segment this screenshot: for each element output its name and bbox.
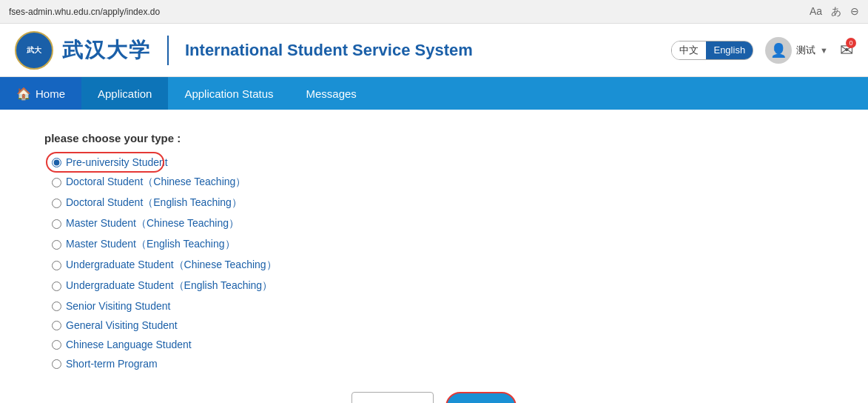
logo-text: 武汉大学 — [62, 36, 151, 64]
radio-master-chinese-label: Master Student（Chinese Teaching） — [66, 217, 239, 230]
home-icon: 🏠 — [16, 87, 31, 101]
language-switcher[interactable]: 中文 English — [671, 41, 753, 60]
radio-master-chinese-input[interactable] — [52, 219, 61, 229]
nav-messages-label: Messages — [306, 87, 356, 100]
radio-chinese-language[interactable]: Chinese Language Student — [52, 339, 824, 350]
radio-master-english-label: Master Student（English Teaching） — [66, 238, 235, 251]
radio-general-visiting-label: General Visiting Student — [66, 319, 178, 331]
radio-short-term[interactable]: Short-term Program — [52, 358, 824, 370]
header: 武大 武汉大学 International Student Service Sy… — [0, 24, 868, 77]
next-button[interactable]: Next — [445, 392, 517, 403]
radio-doctoral-english-label: Doctoral Student（English Teaching） — [66, 196, 242, 210]
browser-icons: Aa あ ⊖ — [810, 5, 859, 19]
radio-undergrad-chinese-input[interactable] — [52, 261, 61, 270]
button-area: Prior-Back Next — [44, 392, 824, 403]
avatar: 👤 — [765, 37, 792, 64]
radio-pre-university[interactable]: Pre-university Student — [52, 156, 824, 168]
site-title: International Student Service System — [185, 41, 473, 60]
header-right: 中文 English 👤 测试 ▼ ✉ 0 — [671, 37, 853, 64]
radio-senior-visiting[interactable]: Senior Visiting Student — [52, 300, 824, 312]
logo-icon: 武大 — [15, 31, 53, 70]
radio-undergrad-english-input[interactable] — [52, 282, 61, 291]
nav-application-status-label: Application Status — [184, 87, 273, 100]
radio-undergrad-chinese[interactable]: Undergraduate Student（Chinese Teaching） — [52, 259, 824, 272]
nav-home-label: Home — [36, 87, 65, 100]
radio-doctoral-english[interactable]: Doctoral Student（English Teaching） — [52, 196, 824, 210]
radio-master-english[interactable]: Master Student（English Teaching） — [52, 238, 824, 251]
radio-undergrad-chinese-label: Undergraduate Student（Chinese Teaching） — [66, 259, 277, 272]
radio-senior-visiting-label: Senior Visiting Student — [66, 300, 170, 312]
header-divider — [167, 36, 169, 65]
lang-en-button[interactable]: English — [706, 41, 753, 59]
mail-badge: 0 — [846, 38, 856, 48]
radio-undergrad-english[interactable]: Undergraduate Student（English Teaching） — [52, 279, 824, 293]
radio-general-visiting-input[interactable] — [52, 321, 61, 330]
radio-chinese-language-input[interactable] — [52, 340, 61, 350]
student-type-group: Pre-university Student Doctoral Student（… — [52, 156, 824, 370]
radio-doctoral-chinese-input[interactable] — [52, 178, 61, 187]
radio-short-term-label: Short-term Program — [66, 358, 158, 370]
radio-undergrad-english-label: Undergraduate Student（English Teaching） — [66, 279, 272, 293]
radio-master-english-input[interactable] — [52, 240, 61, 250]
browser-bar: fses-admin.whu.edu.cn/apply/index.do Aa … — [0, 0, 868, 24]
nav-application[interactable]: Application — [81, 77, 168, 110]
radio-master-chinese[interactable]: Master Student（Chinese Teaching） — [52, 217, 824, 230]
radio-pre-university-label: Pre-university Student — [66, 156, 168, 168]
text-size-icon[interactable]: Aa — [810, 5, 822, 19]
radio-doctoral-chinese-label: Doctoral Student（Chinese Teaching） — [66, 176, 246, 189]
header-left: 武大 武汉大学 International Student Service Sy… — [15, 31, 473, 70]
radio-general-visiting[interactable]: General Visiting Student — [52, 319, 824, 331]
nav-home[interactable]: 🏠 Home — [0, 77, 81, 110]
radio-senior-visiting-input[interactable] — [52, 302, 61, 311]
content-area: please choose your type : Pre-university… — [0, 110, 868, 403]
nav-messages[interactable]: Messages — [289, 77, 372, 110]
radio-doctoral-english-input[interactable] — [52, 199, 61, 208]
radio-doctoral-chinese[interactable]: Doctoral Student（Chinese Teaching） — [52, 176, 824, 189]
navbar: 🏠 Home Application Application Status Me… — [0, 77, 868, 110]
browser-url: fses-admin.whu.edu.cn/apply/index.do — [9, 7, 160, 17]
form-label: please choose your type : — [44, 132, 824, 144]
radio-chinese-language-label: Chinese Language Student — [66, 339, 192, 350]
user-menu[interactable]: 👤 测试 ▼ — [765, 37, 828, 64]
nav-application-label: Application — [98, 87, 152, 100]
radio-pre-university-input[interactable] — [52, 158, 61, 167]
mail-button[interactable]: ✉ 0 — [840, 41, 853, 60]
prior-back-button[interactable]: Prior-Back — [351, 392, 434, 403]
radio-short-term-input[interactable] — [52, 359, 61, 369]
user-name: 测试 — [796, 44, 815, 57]
chevron-down-icon: ▼ — [820, 46, 828, 55]
lang-zh-button[interactable]: 中文 — [672, 41, 706, 59]
zoom-icon[interactable]: ⊖ — [850, 5, 859, 19]
font-icon[interactable]: あ — [831, 5, 841, 19]
nav-application-status[interactable]: Application Status — [168, 77, 289, 110]
